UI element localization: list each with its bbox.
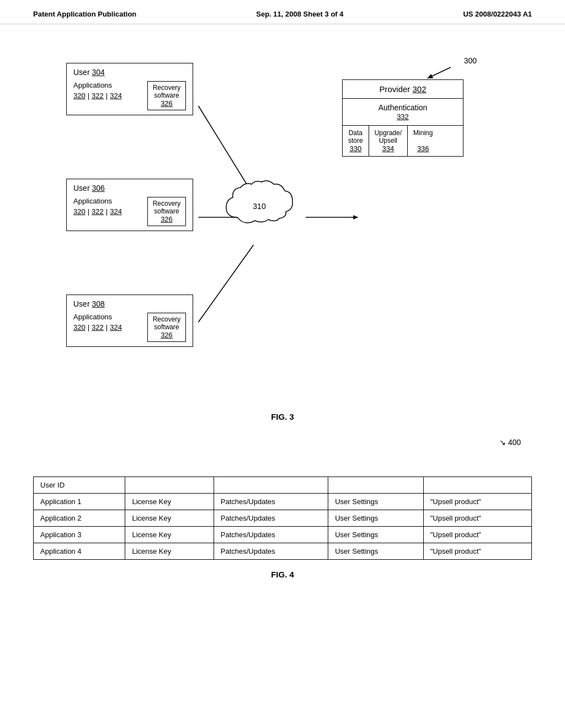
app3-cell: Application 3 [34, 527, 125, 543]
header-center: Sep. 11, 2008 Sheet 3 of 4 [256, 10, 343, 18]
user1-recovery-ref: 326 [151, 99, 182, 108]
user1-ref: 304 [92, 68, 104, 77]
table-row: Application 2 License Key Patches/Update… [34, 510, 532, 527]
provider-box: Provider 302 Authentication332 Datastore… [342, 79, 463, 157]
svg-line-4 [199, 245, 254, 322]
ref-400-label: ↘ 400 [499, 438, 521, 447]
user1-app-nums: 320 | 322 | 324 [73, 92, 122, 100]
mining-cell: Mining336 [408, 126, 438, 156]
main-content: 300 User 304 Applic [0, 24, 565, 590]
upgrade-upsell-cell: Upgrade/Upsell334 [369, 126, 408, 156]
svg-line-0 [428, 67, 451, 78]
table-header-row: User ID [34, 477, 532, 494]
ref-300-label: 300 [464, 56, 477, 65]
user-box-3: User 308 Applications 320 | 322 | 324 Re… [66, 295, 193, 347]
user2-apps-label: Applications [73, 197, 122, 205]
provider-bottom-cells: Datastore330 Upgrade/Upsell334 Mining336 [343, 126, 463, 156]
user1-title: User 304 [73, 68, 186, 77]
user2-recovery-label: Recoverysoftware [151, 200, 182, 215]
app4-cell: Application 4 [34, 543, 125, 560]
table-row: Application 3 License Key Patches/Update… [34, 527, 532, 543]
fig3-diagram: 300 User 304 Applic [33, 46, 532, 421]
svg-marker-1 [428, 74, 434, 78]
user1-apps-label: Applications [73, 81, 122, 89]
userid-cell: User ID [34, 477, 125, 494]
user3-recovery-label: Recoverysoftware [151, 315, 182, 331]
header-right: US 2008/0222043 A1 [463, 10, 532, 18]
header-left: Patent Application Publication [33, 10, 136, 18]
svg-text:310: 310 [253, 202, 266, 211]
app1-cell: Application 1 [34, 494, 125, 510]
user3-recovery-box: Recoverysoftware 326 [147, 313, 186, 342]
user3-apps-label: Applications [73, 313, 122, 321]
auth-box: Authentication332 [343, 99, 463, 126]
cloud-310: 310 [221, 179, 298, 234]
data-store-cell: Datastore330 [343, 126, 369, 156]
user3-app-nums: 320 | 322 | 324 [73, 323, 122, 331]
fig3-caption: FIG. 3 [33, 412, 532, 421]
ref-400-container: ↘ 400 [33, 438, 532, 460]
user2-ref: 306 [92, 184, 104, 192]
fig4-table: User ID Application 1 License Key Patche… [33, 477, 532, 560]
fig4-caption: FIG. 4 [33, 570, 532, 579]
svg-marker-6 [353, 215, 358, 220]
app2-cell: Application 2 [34, 510, 125, 527]
user3-title: User 308 [73, 299, 186, 308]
table-row: Application 4 License Key Patches/Update… [34, 543, 532, 560]
user-box-1: User 304 Applications 320 | 322 | 324 Re… [66, 63, 193, 115]
provider-ref: 302 [413, 84, 427, 94]
user1-recovery-box: Recoverysoftware 326 [147, 81, 186, 110]
user3-recovery-ref: 326 [151, 331, 182, 339]
user2-title: User 306 [73, 184, 186, 192]
table-row: Application 1 License Key Patches/Update… [34, 494, 532, 510]
user2-recovery-box: Recoverysoftware 326 [147, 197, 186, 226]
user-box-2: User 306 Applications 320 | 322 | 324 Re… [66, 179, 193, 231]
fig4-section: ↘ 400 User ID Application 1 License Key … [33, 438, 532, 579]
user1-recovery-label: Recoverysoftware [151, 84, 182, 99]
user2-recovery-ref: 326 [151, 215, 182, 223]
auth-ref: 332 [397, 113, 409, 121]
provider-title: Provider 302 [343, 80, 463, 99]
patent-header: Patent Application Publication Sep. 11, … [0, 0, 565, 24]
user2-app-nums: 320 | 322 | 324 [73, 207, 122, 216]
user3-ref: 308 [92, 299, 104, 308]
